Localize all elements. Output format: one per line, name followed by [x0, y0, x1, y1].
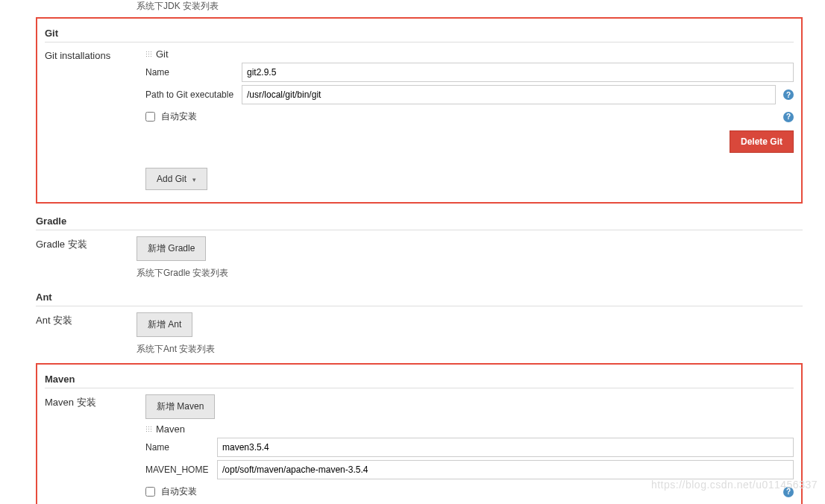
add-gradle-button[interactable]: 新增 Gradle [137, 236, 206, 261]
git-path-input[interactable] [242, 85, 776, 104]
ant-install-label: Ant 安装 [36, 311, 137, 327]
git-name-label: Name [145, 67, 237, 78]
gradle-section-title: Gradle [36, 211, 803, 230]
maven-tool-name: Maven [156, 423, 185, 435]
maven-home-input[interactable] [217, 460, 794, 479]
drag-icon[interactable] [145, 51, 153, 58]
git-tool-name: Git [156, 48, 169, 60]
delete-git-button[interactable]: Delete Git [730, 130, 794, 153]
maven-name-input[interactable] [217, 438, 794, 457]
git-auto-install-checkbox[interactable] [145, 112, 155, 122]
maven-home-label: MAVEN_HOME [145, 464, 213, 475]
maven-auto-install-label: 自动安装 [161, 485, 197, 498]
gradle-hint: 系统下Gradle 安装列表 [137, 264, 803, 281]
maven-section-title: Maven [45, 369, 794, 388]
git-section-title: Git [45, 23, 794, 42]
add-ant-button[interactable]: 新增 Ant [137, 312, 192, 337]
ant-section: Ant Ant 安装 新增 Ant 系统下Ant 安装列表 [36, 287, 803, 359]
help-icon[interactable]: ? [783, 487, 794, 497]
git-auto-install-label: 自动安装 [161, 110, 197, 123]
gradle-section: Gradle Gradle 安装 新增 Gradle 系统下Gradle 安装列… [36, 211, 803, 283]
help-icon[interactable]: ? [783, 89, 794, 100]
add-git-button[interactable]: Add Git [145, 168, 207, 190]
add-maven-top-button[interactable]: 新增 Maven [145, 394, 215, 419]
help-icon[interactable]: ? [783, 112, 794, 122]
git-name-input[interactable] [242, 63, 794, 82]
git-installations-label: Git installations [45, 47, 145, 61]
jdk-hint-text: 系统下JDK 安装列表 [137, 0, 803, 13]
ant-section-title: Ant [36, 287, 803, 306]
maven-name-label: Name [145, 442, 213, 453]
drag-icon[interactable] [145, 426, 153, 433]
gradle-install-label: Gradle 安装 [36, 235, 137, 251]
maven-install-label: Maven 安装 [45, 393, 145, 409]
ant-hint: 系统下Ant 安装列表 [137, 340, 803, 357]
git-highlight-box: Git Git installations Git Name Path to G… [36, 17, 803, 204]
git-path-label: Path to Git executable [145, 89, 237, 100]
maven-auto-install-checkbox[interactable] [145, 487, 155, 497]
maven-highlight-box: Maven Maven 安装 新增 Maven Maven Name [36, 363, 803, 504]
